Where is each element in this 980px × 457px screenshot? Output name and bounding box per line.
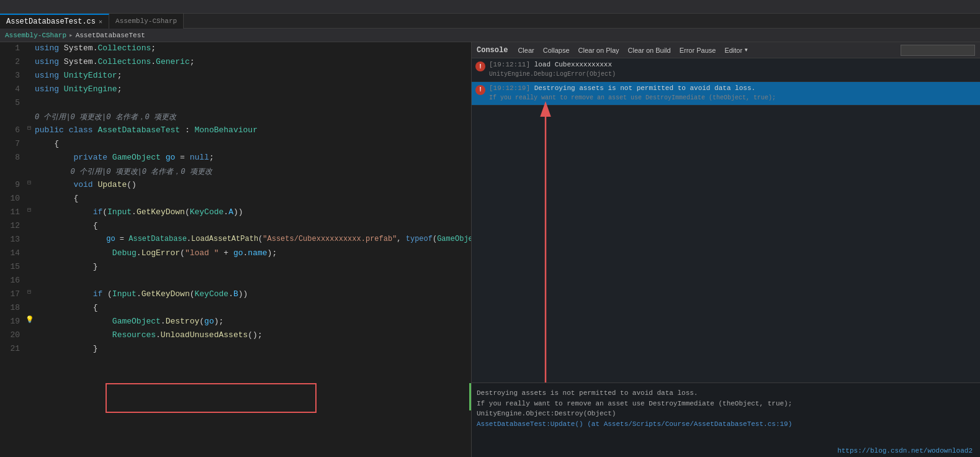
code-line-15: 15 } [0, 261, 472, 274]
clear-on-build-button[interactable]: Clear on Build [624, 46, 675, 55]
tab-label-2: Assembly-CSharp [115, 17, 177, 25]
code-line-14: 14 Debug.LogError("load " + go.name); [0, 247, 472, 261]
code-line-18: 18 { [0, 302, 472, 315]
console-detail: Destroying assets is not permitted to av… [472, 382, 980, 457]
code-line-13: 13 go = AssetDatabase.LoadAssetAtPath("A… [0, 233, 472, 247]
bulb-icon[interactable]: 💡 [25, 315, 34, 324]
code-line-12: 12 { [0, 220, 472, 233]
code-line-11: 11 ⊟ if(Input.GetKeyDown(KeyCode.A)) [0, 206, 472, 220]
collapse-icon-11[interactable]: ⊟ [27, 206, 31, 214]
collapse-icon-6[interactable]: ⊟ [27, 124, 31, 132]
code-line-21: 21 } [0, 343, 472, 356]
log-text-2: [19:12:19] Destroying assets is not perm… [489, 84, 976, 103]
editor-button[interactable]: Editor ▼ [721, 46, 752, 55]
path-left: Assembly-CSharp [5, 32, 66, 39]
error-icon-1: ! [475, 61, 485, 71]
code-ref-2: 0 个引用|0 项更改|0 名作者，0 项更改 [35, 165, 472, 179]
code-line-19: 19 💡 GameObject.Destroy(go); [0, 315, 472, 329]
file-path-bar: Assembly-CSharp ▸ AssetDatabaseTest [0, 29, 980, 42]
code-line-2: 2 using System.Collections.Generic; [0, 56, 472, 70]
code-line-17: 17 ⊟ if (Input.GetKeyDown(KeyCode.B)) [0, 288, 472, 302]
detail-line-2: If you really want to remove an asset us… [477, 399, 975, 409]
tab-close-1[interactable]: ✕ [99, 18, 102, 25]
footer-url: https://blog.csdn.net/wodownload2 [837, 447, 973, 455]
tab-file1[interactable]: AssetDatabaseTest.cs ✕ [0, 14, 109, 29]
log-entry-1[interactable]: ! [19:12:11] load Cubexxxxxxxxxx UnityEn… [472, 58, 980, 82]
collapse-icon-9[interactable]: ⊟ [27, 179, 31, 186]
code-line-3: 3 using UnityEditor; [0, 70, 472, 83]
console-panel: Console Clear Collapse Clear on Play Cle… [471, 42, 980, 457]
code-lines: 1 using System.Collections; 2 using Syst… [0, 42, 472, 457]
detail-line-1: Destroying assets is not permitted to av… [477, 388, 975, 399]
console-log-area: ! [19:12:11] load Cubexxxxxxxxxx UnityEn… [472, 58, 980, 382]
console-header: Console Clear Collapse Clear on Play Cle… [472, 42, 980, 58]
console-search-input[interactable] [901, 45, 975, 56]
detail-line-3: UnityEngine.Object:Destroy(Object) [477, 409, 975, 419]
code-line-20: 20 Resources.UnloadUnusedAssets(); [0, 329, 472, 343]
collapse-button[interactable]: Collapse [539, 46, 573, 55]
code-line-7: 7 { [0, 138, 472, 152]
log-entry-2[interactable]: ! [19:12:19] Destroying assets is not pe… [472, 82, 980, 106]
top-toolbar [0, 0, 980, 14]
code-line-10: 10 { [0, 192, 472, 206]
collapse-icon-17[interactable]: ⊟ [27, 288, 31, 296]
log-text-1: [19:12:11] load Cubexxxxxxxxxx UnityEngi… [489, 60, 976, 79]
error-icon-2: ! [475, 85, 485, 95]
editor-dropdown-icon: ▼ [744, 47, 748, 53]
error-pause-button[interactable]: Error Pause [676, 46, 720, 55]
code-line-9: 9 ⊟ void Update() [0, 179, 472, 192]
code-line-4: 4 using UnityEngine; [0, 83, 472, 97]
clear-button[interactable]: Clear [514, 46, 537, 55]
detail-line-4: AssetDatabaseTest:Update() (at Assets/Sc… [477, 419, 975, 430]
tab-label-1: AssetDatabaseTest.cs [6, 17, 96, 26]
code-line-16: 16 [0, 274, 472, 288]
code-line-5: 5 [0, 97, 472, 111]
path-right: AssetDatabaseTest [76, 32, 145, 39]
main-layout: 1 using System.Collections; 2 using Syst… [0, 42, 980, 457]
console-title: Console [477, 46, 508, 55]
code-line-8: 8 private GameObject go = null; [0, 152, 472, 165]
tab-bar: AssetDatabaseTest.cs ✕ Assembly-CSharp [0, 14, 980, 29]
code-line-6: 6 ⊟ public class AssetDatabaseTest : Mon… [0, 124, 472, 138]
code-line-1: 1 using System.Collections; [0, 42, 472, 56]
code-ref-1: 0 个引用|0 项更改|0 名作者，0 项更改 [35, 111, 472, 124]
clear-on-play-button[interactable]: Clear on Play [575, 46, 623, 55]
tab-project[interactable]: Assembly-CSharp [109, 14, 184, 29]
code-editor: 1 using System.Collections; 2 using Syst… [0, 42, 472, 457]
